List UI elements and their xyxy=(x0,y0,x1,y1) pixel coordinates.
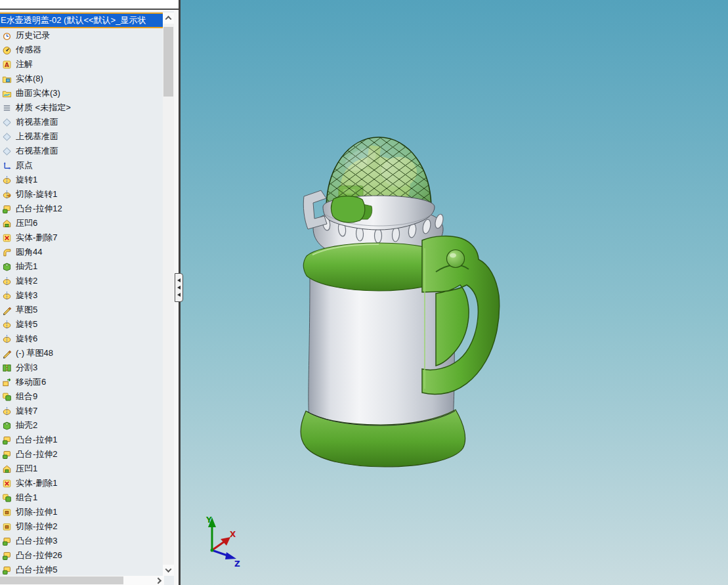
tree-item-label: 草图5 xyxy=(16,304,37,316)
tree-item-label: 实体-删除7 xyxy=(16,232,58,244)
tree-item[interactable]: 抽壳1 xyxy=(0,259,163,274)
triad-y-label: Y xyxy=(205,515,212,525)
tree-item[interactable]: 上视基准面 xyxy=(0,129,163,144)
collapse-left-icon xyxy=(177,286,181,290)
tree-item[interactable]: 前视基准面 xyxy=(0,115,163,129)
tree-item[interactable]: 草图5 xyxy=(0,303,163,317)
tree-horizontal-scrollbar[interactable] xyxy=(0,576,164,585)
tree-item[interactable]: 实体-删除7 xyxy=(0,230,163,245)
tree-item[interactable]: 历史记录 xyxy=(0,28,163,43)
tree-item[interactable]: 原点 xyxy=(0,158,163,173)
tree-item[interactable]: 凸台-拉伸1 xyxy=(0,433,163,447)
tree-item[interactable]: 凸台-拉伸2 xyxy=(0,447,163,462)
tree-item-label: 凸台-拉伸5 xyxy=(16,564,58,576)
origin-icon xyxy=(2,161,12,171)
panel-collapse-splitter[interactable] xyxy=(175,273,183,302)
indent-icon xyxy=(2,464,12,474)
triad-x-label: X xyxy=(230,530,236,539)
tree-item[interactable]: 凸台-拉伸26 xyxy=(0,548,163,563)
tree-item-label: 切除-旋转1 xyxy=(16,188,58,200)
tree-item-label: 曲面实体(3) xyxy=(16,87,60,99)
combine-icon xyxy=(2,493,12,503)
feature-manager-panel: E水壶透明盖-02 (默认<<默认>_显示状 历史记录传感器A注解实体(8)曲面… xyxy=(0,11,174,585)
svg-text:A: A xyxy=(5,62,9,68)
tree-item-label: 凸台-拉伸2 xyxy=(16,448,58,460)
tree-item-label: 前视基准面 xyxy=(16,116,58,128)
tree-item[interactable]: 材质 <未指定> xyxy=(0,100,163,115)
tree-item[interactable]: 旋转1 xyxy=(0,173,163,187)
tree-item[interactable]: 切除-旋转1 xyxy=(0,187,163,202)
tree-vertical-scrollbar[interactable] xyxy=(163,12,174,576)
tree-item[interactable]: 圆角44 xyxy=(0,245,163,259)
tree-item-label: 凸台-拉伸26 xyxy=(16,550,62,561)
tree-item[interactable]: 组合9 xyxy=(0,389,163,404)
tree-item-label: 旋转3 xyxy=(16,290,37,301)
sketch-icon xyxy=(2,349,12,358)
plane-icon xyxy=(2,132,12,142)
tree-item-label: 旋转5 xyxy=(16,318,37,330)
tree-item-label: 切除-拉伸1 xyxy=(16,506,58,518)
tree-item[interactable]: 旋转2 xyxy=(0,274,163,288)
tree-item[interactable]: 抽壳2 xyxy=(0,418,163,433)
tree-item[interactable]: 压凹6 xyxy=(0,216,163,230)
tree-item[interactable]: 压凹1 xyxy=(0,462,163,476)
tree-item-label: 旋转7 xyxy=(16,405,37,417)
tree-item-label: 抽壳1 xyxy=(16,261,37,272)
graphics-viewport[interactable]: Y X Z xyxy=(181,0,728,585)
boss-extrude-icon xyxy=(2,551,12,561)
model-scene: Y X Z xyxy=(181,0,728,585)
tree-item[interactable]: 凸台-拉伸3 xyxy=(0,534,163,548)
chevron-right-icon xyxy=(155,577,161,584)
tree-item[interactable]: 分割3 xyxy=(0,360,163,375)
tree-item-label: 凸台-拉伸3 xyxy=(16,535,58,547)
tree-item-label: 右视基准面 xyxy=(16,145,58,157)
tree-item-label: 上视基准面 xyxy=(16,131,58,142)
scroll-down-button[interactable] xyxy=(163,565,174,576)
tree-item[interactable]: 移动面6 xyxy=(0,375,163,389)
tree-item[interactable]: 切除-拉伸2 xyxy=(0,519,163,534)
tree-item[interactable]: 实体-删除1 xyxy=(0,476,163,490)
shell-icon xyxy=(2,262,12,272)
tree-item-label: 旋转6 xyxy=(16,333,37,345)
tree-item[interactable]: 实体(8) xyxy=(0,72,163,86)
tree-item[interactable]: 传感器 xyxy=(0,43,163,57)
tree-item[interactable]: 右视基准面 xyxy=(0,144,163,158)
tree-item[interactable]: (-) 草图48 xyxy=(0,346,163,360)
cut-extrude-icon xyxy=(2,508,12,517)
fillet-icon xyxy=(2,248,12,257)
solid-folder-icon xyxy=(2,74,12,84)
chevron-up-icon xyxy=(165,16,172,22)
solidworks-window: Y X Z E水壶透明盖-02 (默认<<默认>_显示状 历史记录传感器A注解实… xyxy=(0,0,728,585)
revolve-icon xyxy=(2,334,12,344)
revolve-icon xyxy=(2,291,12,301)
handle-pivot-knob xyxy=(447,250,465,268)
tree-item[interactable]: 凸台-拉伸12 xyxy=(0,202,163,216)
tree-item-label: 抽壳2 xyxy=(16,420,37,431)
shell-icon xyxy=(2,421,12,431)
sensor-icon xyxy=(2,45,12,55)
horizontal-scroll-thumb[interactable] xyxy=(0,576,123,584)
feature-tree: 历史记录传感器A注解实体(8)曲面实体(3)材质 <未指定>前视基准面上视基准面… xyxy=(0,28,163,577)
tree-item[interactable]: 曲面实体(3) xyxy=(0,86,163,100)
feature-tree-root-label: E水壶透明盖-02 (默认<<默认>_显示状 xyxy=(1,14,146,26)
scroll-right-button[interactable] xyxy=(154,576,164,585)
boss-extrude-icon xyxy=(2,450,12,460)
bottle-body xyxy=(309,276,454,433)
split-icon xyxy=(2,363,12,373)
tree-item[interactable]: 旋转5 xyxy=(0,317,163,332)
tree-item[interactable]: A注解 xyxy=(0,57,163,72)
tree-item-label: (-) 草图48 xyxy=(16,347,53,359)
tree-item-label: 实体(8) xyxy=(16,73,43,85)
tree-item[interactable]: 切除-拉伸1 xyxy=(0,505,163,519)
tree-item[interactable]: 旋转3 xyxy=(0,288,163,303)
tree-item[interactable]: 旋转6 xyxy=(0,332,163,346)
vertical-scroll-thumb[interactable] xyxy=(163,27,173,97)
collapse-left-icon xyxy=(177,293,181,297)
feature-tree-root[interactable]: E水壶透明盖-02 (默认<<默认>_显示状 xyxy=(0,12,163,28)
tree-item[interactable]: 凸台-拉伸5 xyxy=(0,563,163,577)
tree-item[interactable]: 旋转7 xyxy=(0,404,163,418)
cut-extrude-icon xyxy=(2,522,12,532)
triad-z-label: Z xyxy=(234,559,240,569)
scroll-up-button[interactable] xyxy=(163,12,174,24)
tree-item[interactable]: 组合1 xyxy=(0,490,163,505)
